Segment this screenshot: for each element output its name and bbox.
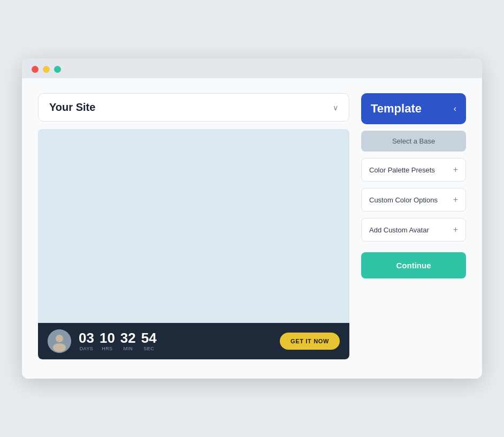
minimize-dot[interactable] (43, 66, 50, 73)
min-label: MIN (123, 346, 133, 351)
custom-color-options-label: Custom Color Options (369, 196, 438, 204)
site-selector-label: Your Site (49, 101, 95, 114)
template-collapse-icon[interactable]: ‹ (454, 104, 456, 114)
template-header: Template ‹ (361, 93, 466, 124)
chevron-down-icon: ∨ (333, 103, 338, 112)
add-custom-avatar-label: Add Custom Avatar (369, 226, 429, 234)
days-unit: 03 DAYS (79, 331, 94, 351)
browser-content: Your Site ∨ (22, 78, 482, 379)
sec-number: 54 (141, 331, 157, 345)
site-selector[interactable]: Your Site ∨ (38, 93, 349, 122)
maximize-dot[interactable] (54, 66, 61, 73)
color-palette-presets-plus-icon: + (453, 165, 458, 175)
browser-window: Your Site ∨ (22, 58, 482, 379)
hrs-label: HRS (102, 346, 112, 351)
custom-color-options-item[interactable]: Custom Color Options + (361, 188, 466, 212)
hrs-unit: 10 HRS (100, 331, 115, 351)
color-palette-presets-item[interactable]: Color Palette Presets + (361, 158, 466, 182)
titlebar (22, 58, 482, 78)
get-it-now-button[interactable]: GET IT NOW (280, 333, 340, 350)
days-number: 03 (79, 331, 94, 345)
close-dot[interactable] (32, 66, 39, 73)
sec-unit: 54 SEC (141, 331, 157, 351)
countdown-bar: 03 DAYS 10 HRS 32 MIN (38, 323, 349, 359)
svg-point-2 (53, 343, 66, 352)
add-custom-avatar-plus-icon: + (453, 225, 458, 235)
add-custom-avatar-item[interactable]: Add Custom Avatar + (361, 218, 466, 242)
preview-area: 03 DAYS 10 HRS 32 MIN (38, 129, 349, 359)
days-label: DAYS (80, 346, 94, 351)
avatar (48, 329, 71, 353)
min-number: 32 (120, 331, 136, 345)
countdown-numbers: 03 DAYS 10 HRS 32 MIN (79, 331, 272, 351)
right-panel: Template ‹ Select a Base Color Palette P… (361, 93, 466, 278)
sec-label: SEC (143, 346, 154, 351)
color-palette-presets-label: Color Palette Presets (369, 166, 435, 174)
min-unit: 32 MIN (120, 331, 136, 351)
main-layout: Your Site ∨ (38, 93, 466, 359)
hrs-number: 10 (100, 331, 115, 345)
svg-point-1 (56, 335, 63, 342)
custom-color-options-plus-icon: + (453, 195, 458, 205)
continue-button[interactable]: Continue (361, 252, 466, 278)
template-title: Template (371, 102, 422, 116)
select-base-button[interactable]: Select a Base (361, 131, 466, 152)
left-panel: Your Site ∨ (38, 93, 349, 359)
